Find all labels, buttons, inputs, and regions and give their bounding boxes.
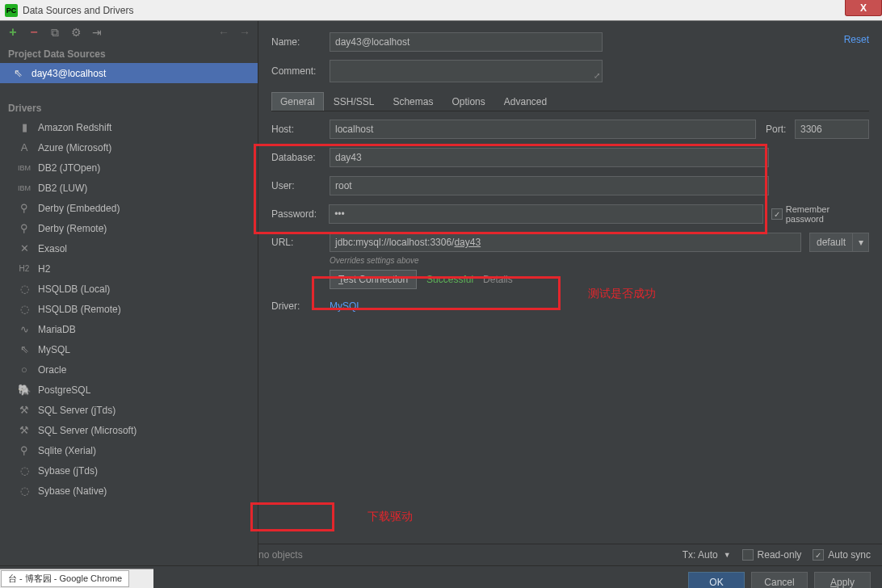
tab-advanced[interactable]: Advanced — [495, 92, 556, 111]
url-mode-value: default — [809, 233, 853, 252]
right-panel: Reset Name: Comment: ⤢ General SSH/SSL S… — [258, 21, 882, 565]
datasource-label: day43@localhost — [32, 68, 106, 79]
driver-item[interactable]: ▮Amazon Redshift — [0, 117, 258, 137]
import-icon[interactable]: ⇥ — [90, 26, 103, 39]
driver-label: SQL Server (jTds) — [38, 405, 116, 416]
datasource-icon: ⇖ — [11, 67, 24, 80]
datasource-item-selected[interactable]: ⇖ day43@localhost — [0, 63, 258, 83]
title-bar: PC Data Sources and Drivers X — [0, 0, 882, 21]
add-icon[interactable]: + — [6, 26, 19, 39]
url-mode-select[interactable]: default ▾ — [809, 233, 869, 252]
driver-label: PostgreSQL — [38, 384, 90, 396]
driver-icon: ∿ — [18, 323, 31, 336]
comment-label: Comment: — [271, 65, 330, 77]
driver-item[interactable]: ⚲Sqlite (Xerial) — [0, 440, 258, 460]
database-input[interactable] — [330, 148, 769, 167]
bottom-status: no objects Tx: Auto▼ Read-only Auto sync — [258, 544, 882, 565]
driver-item[interactable]: ⇖MySQL — [0, 339, 258, 359]
driver-item[interactable]: ◌HSQLDB (Local) — [0, 279, 258, 299]
os-taskbar-stub: 台 - 博客园 - Google Chrome — [0, 569, 153, 588]
driver-item[interactable]: ◌HSQLDB (Remote) — [0, 299, 258, 319]
tabs: General SSH/SSL Schemas Options Advanced — [271, 92, 869, 111]
driver-icon: ⚲ — [18, 202, 31, 215]
port-input[interactable] — [795, 120, 869, 139]
drivers-header: Drivers — [0, 98, 258, 117]
driver-label: HSQLDB (Remote) — [38, 304, 121, 315]
tab-ssh-ssl[interactable]: SSH/SSL — [325, 92, 384, 111]
driver-item[interactable]: ∿MariaDB — [0, 319, 258, 339]
driver-item[interactable]: IBMDB2 (JTOpen) — [0, 158, 258, 178]
driver-item[interactable]: ⚒SQL Server (jTds) — [0, 400, 258, 420]
driver-label: Sybase (Native) — [38, 485, 107, 497]
remember-password[interactable]: Remember password — [771, 204, 869, 224]
reset-link[interactable]: Reset — [844, 34, 869, 45]
remove-icon[interactable]: − — [27, 26, 40, 39]
settings-icon[interactable]: ⚙ — [69, 26, 82, 39]
tab-general[interactable]: General — [271, 92, 324, 111]
driver-icon: ◌ — [18, 464, 31, 477]
driver-item[interactable]: 🐘PostgreSQL — [0, 380, 258, 400]
apply-button[interactable]: Apply — [814, 572, 871, 589]
driver-item[interactable]: AAzure (Microsoft) — [0, 137, 258, 158]
driver-item[interactable]: ✕Exasol — [0, 238, 258, 258]
driver-icon: ◌ — [18, 303, 31, 316]
driver-label: SQL Server (Microsoft) — [38, 425, 136, 436]
tab-options[interactable]: Options — [443, 92, 494, 111]
driver-label: Exasol — [38, 243, 67, 254]
driver-label: HSQLDB (Local) — [38, 284, 110, 295]
auto-sync-label: Auto sync — [828, 549, 871, 561]
port-label: Port: — [766, 124, 795, 135]
driver-icon: 🐘 — [18, 384, 31, 397]
read-only-toggle[interactable]: Read-only — [742, 549, 802, 561]
taskbar-tab[interactable]: 台 - 博客园 - Google Chrome — [1, 570, 129, 587]
driver-label: Derby (Embedded) — [38, 203, 120, 214]
user-input[interactable] — [330, 176, 769, 195]
nav-forward-icon[interactable]: → — [238, 26, 251, 39]
driver-icon: ⚲ — [18, 444, 31, 457]
driver-item[interactable]: ○Oracle — [0, 359, 258, 380]
driver-item[interactable]: ⚲Derby (Embedded) — [0, 198, 258, 218]
driver-icon: ◌ — [18, 485, 31, 498]
driver-item[interactable]: ◌Sybase (jTds) — [0, 460, 258, 481]
auto-sync-toggle[interactable]: Auto sync — [813, 549, 871, 561]
no-objects-label: no objects — [258, 549, 303, 561]
driver-icon: ◌ — [18, 283, 31, 296]
driver-label: Derby (Remote) — [38, 223, 107, 234]
left-toolbar: + − ⧉ ⚙ ⇥ ← → — [0, 21, 258, 44]
highlight-box-objects — [250, 502, 334, 531]
read-only-checkbox[interactable] — [742, 549, 754, 561]
ok-button[interactable]: OK — [688, 572, 745, 589]
driver-icon: A — [18, 141, 31, 154]
driver-icon: ⇖ — [18, 343, 31, 356]
driver-icon: IBM — [18, 162, 31, 174]
cancel-button[interactable]: Cancel — [751, 572, 808, 589]
driver-icon: ⚲ — [18, 222, 31, 235]
driver-item[interactable]: ⚒SQL Server (Microsoft) — [0, 420, 258, 440]
close-button[interactable]: X — [845, 0, 882, 16]
resize-icon[interactable]: ⤢ — [594, 71, 600, 80]
driver-item[interactable]: IBMDB2 (LUW) — [0, 178, 258, 198]
nav-back-icon[interactable]: ← — [217, 26, 230, 39]
host-input[interactable] — [330, 120, 756, 139]
chevron-down-icon[interactable]: ▾ — [853, 233, 869, 252]
password-input[interactable] — [329, 204, 763, 224]
test-connection-button[interactable]: Test Connection — [330, 270, 417, 289]
url-input[interactable]: jdbc:mysql://localhost:3306/day43 — [330, 233, 801, 252]
comment-input[interactable]: ⤢ — [330, 60, 603, 82]
driver-label: Sqlite (Xerial) — [38, 445, 96, 456]
tab-schemas[interactable]: Schemas — [384, 92, 442, 111]
copy-icon[interactable]: ⧉ — [48, 26, 61, 39]
left-panel: + − ⧉ ⚙ ⇥ ← → Project Data Sources ⇖ day… — [0, 21, 258, 565]
driver-item[interactable]: ⚲Derby (Remote) — [0, 218, 258, 238]
driver-label: DB2 (LUW) — [38, 183, 87, 194]
remember-password-label: Remember password — [786, 204, 869, 224]
driver-item[interactable]: ◌Sybase (Native) — [0, 481, 258, 501]
test-details-link[interactable]: Details — [483, 274, 513, 285]
driver-icon: H2 — [18, 262, 31, 275]
remember-password-checkbox[interactable] — [771, 208, 783, 220]
name-input[interactable] — [330, 32, 603, 52]
driver-link[interactable]: MySQL — [330, 300, 362, 312]
auto-sync-checkbox[interactable] — [813, 549, 824, 561]
driver-item[interactable]: H2H2 — [0, 258, 258, 279]
tx-mode[interactable]: Tx: Auto▼ — [682, 549, 731, 561]
